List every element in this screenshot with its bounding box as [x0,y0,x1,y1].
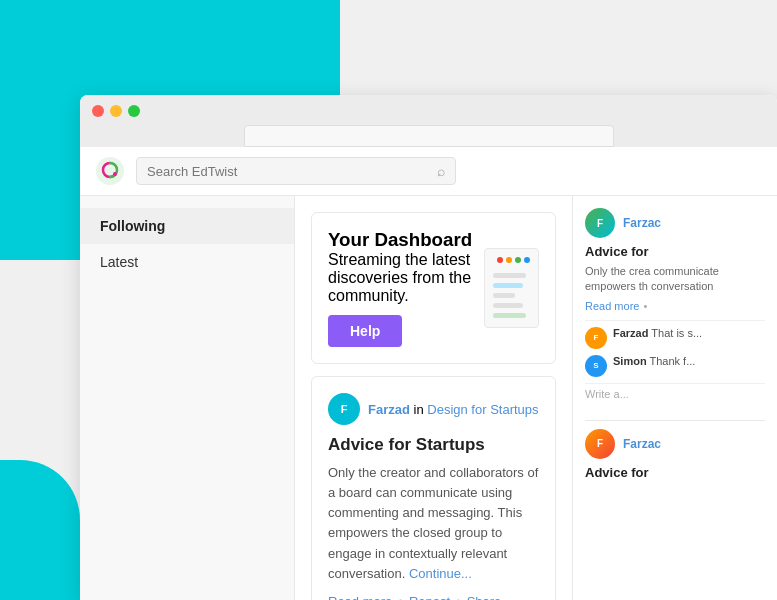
browser-chrome [80,95,777,147]
traffic-light-close[interactable] [92,105,104,117]
right-read-more-link[interactable]: Read more [585,300,639,312]
dashboard-title: Your Dashboard [328,229,484,251]
bg-teal-bottom-shape [0,460,80,600]
traffic-light-maximize[interactable] [128,105,140,117]
search-input[interactable] [147,164,429,179]
post-topic-separator: in [414,402,428,417]
right-post-card-2: F Farzac Advice for [585,429,765,480]
right-comment-text-simon: Simon Thank f... [613,355,695,367]
post-actions: Read more • Repost • Share [328,594,539,600]
search-bar[interactable]: ⌕ [136,157,456,185]
edtwist-logo [96,157,124,185]
right-author-name-2[interactable]: Farzac [623,437,661,451]
sidebar: Following Latest [80,196,295,600]
right-divider [585,420,765,421]
dashboard-illustration [484,248,539,328]
post-card: F Farzad in Design for Startups Advice f… [311,376,556,600]
right-author-line-1: F Farzac [585,208,765,238]
right-comments: F Farzad That is s... S [585,320,765,404]
main-layout: Following Latest Your Dashboard Streamin… [80,196,777,600]
address-bar [244,125,614,147]
dashboard-description: Streaming the latest discoveries from th… [328,251,484,305]
share-link[interactable]: Share [467,594,502,600]
app-header: ⌕ [80,147,777,196]
browser-window: ⌕ Following Latest Your Dashboard [80,95,777,600]
svg-point-0 [96,157,124,185]
help-button[interactable]: Help [328,315,402,347]
post-title: Advice for Startups [328,435,539,455]
right-author-name-1[interactable]: Farzac [623,216,661,230]
right-avatar-1: F [585,208,615,238]
right-panel: F Farzac Advice for Only the crea commun… [572,196,777,600]
right-comment-row-1: F Farzad That is s... [585,327,765,349]
right-comment-avatar-farzad: F [585,327,607,349]
sidebar-item-following[interactable]: Following [80,208,294,244]
right-comment-avatar-simon: S [585,355,607,377]
dashboard-text: Your Dashboard Streaming the latest disc… [328,229,484,347]
feed-area: Your Dashboard Streaming the latest disc… [295,196,572,600]
right-write-area[interactable]: Write a... [585,383,765,404]
sidebar-item-latest[interactable]: Latest [80,244,294,280]
svg-point-1 [113,172,117,176]
right-comment-text-farzad: Farzad That is s... [613,327,702,339]
read-more-link[interactable]: Read more [328,594,392,600]
traffic-light-minimize[interactable] [110,105,122,117]
repost-link[interactable]: Repost [409,594,450,600]
right-post-title-1: Advice for [585,244,765,259]
app-content: ⌕ Following Latest Your Dashboard [80,147,777,600]
dashboard-card: Your Dashboard Streaming the latest disc… [311,212,556,364]
post-author-avatar: F [328,393,360,425]
right-read-more-line: Read more • [585,300,765,312]
right-post-body-1: Only the crea communicate empowers th co… [585,264,765,295]
post-author-name[interactable]: Farzad [368,402,410,417]
post-author-topic[interactable]: Design for Startups [427,402,538,417]
right-avatar-2: F [585,429,615,459]
continue-link[interactable]: Continue... [409,566,472,581]
right-comment-row-2: S Simon Thank f... [585,355,765,377]
post-body: Only the creator and collaborators of a … [328,463,539,584]
post-author-info: Farzad in Design for Startups [368,402,539,417]
right-post-card-1: F Farzac Advice for Only the crea commun… [585,208,765,404]
right-author-line-2: F Farzac [585,429,765,459]
search-button[interactable]: ⌕ [437,163,445,179]
post-author-line: F Farzad in Design for Startups [328,393,539,425]
right-dot: • [643,300,647,312]
traffic-lights [92,105,765,117]
right-post-title-2: Advice for [585,465,765,480]
